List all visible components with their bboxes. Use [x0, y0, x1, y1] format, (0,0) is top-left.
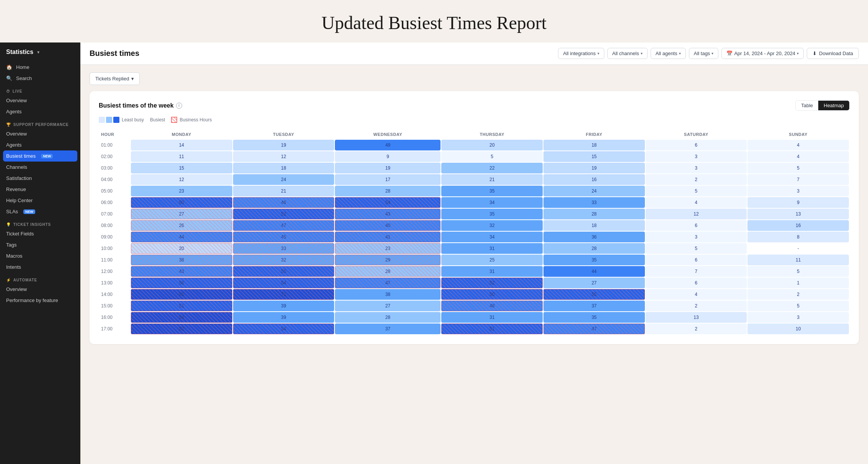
data-cell: 48 — [441, 301, 543, 311]
data-cell: 43 — [335, 209, 441, 219]
data-cell: 2 — [646, 174, 747, 185]
table-row: 10:0020332331285- — [100, 243, 849, 254]
page-banner: Updated Busiest Times Report — [0, 0, 868, 42]
sidebar-item-ti-intents[interactable]: Intents — [0, 261, 80, 273]
data-cell: 6 — [646, 220, 747, 231]
heatmap-view-button[interactable]: Heatmap — [818, 101, 849, 110]
data-cell: 15 — [543, 151, 645, 162]
mid-color — [106, 117, 112, 123]
download-button[interactable]: ⬇ Download Data — [807, 48, 859, 59]
tickets-replied-button[interactable]: Tickets Replied ▾ — [90, 72, 140, 85]
search-icon: 🔍 — [6, 75, 12, 81]
data-cell: 35 — [543, 312, 645, 323]
hour-cell: 04:00 — [100, 174, 130, 185]
data-cell: 24 — [233, 174, 334, 185]
data-cell: 31 — [441, 266, 543, 277]
sidebar-item-ti-macros[interactable]: Macros — [0, 250, 80, 261]
tags-filter[interactable]: All tags ▾ — [689, 48, 719, 59]
sidebar-item-ti-fields[interactable]: Ticket Fields — [0, 228, 80, 239]
lightbulb-icon: 💡 — [6, 222, 11, 227]
sidebar-item-sp-helpcenter[interactable]: Help Center — [0, 195, 80, 206]
legend: Least busy Busiest Business Hours — [99, 117, 850, 123]
integrations-label: All integrations — [563, 51, 596, 56]
data-cell: 16 — [747, 220, 849, 231]
data-cell: 19 — [335, 163, 441, 173]
data-cell: 64 — [131, 312, 232, 323]
table-row: 05:00232128352453 — [100, 186, 849, 196]
heatmap-header: Busiest times of the week i Table Heatma… — [99, 100, 850, 111]
agents-filter[interactable]: All agents ▾ — [651, 48, 686, 59]
data-cell: 55 — [543, 289, 645, 300]
content-area: Tickets Replied ▾ Busiest times of the w… — [80, 65, 868, 352]
data-cell: 5 — [646, 243, 747, 254]
data-cell: 50 — [441, 289, 543, 300]
col-friday: FRIDAY — [543, 130, 645, 139]
least-busy-label: Least busy — [122, 117, 144, 123]
table-row: 04:00122417211627 — [100, 174, 849, 185]
data-cell: 34 — [441, 232, 543, 242]
data-cell: 24 — [543, 186, 645, 196]
sidebar-item-sp-overview[interactable]: Overview — [0, 128, 80, 139]
data-cell: 21 — [441, 174, 543, 185]
sidebar-item-au-perf[interactable]: Performance by feature — [0, 295, 80, 306]
sidebar-item-live-overview[interactable]: Overview — [0, 95, 80, 106]
data-cell: 5 — [646, 186, 747, 196]
sidebar-item-home[interactable]: 🏠 Home — [0, 62, 80, 73]
sidebar-item-sp-channels[interactable]: Channels — [0, 162, 80, 173]
legend-busiest: Busiest — [150, 117, 165, 123]
data-cell: 3 — [747, 312, 849, 323]
chevron-down-icon: ▾ — [797, 51, 799, 56]
sidebar-item-label: Satisfaction — [6, 175, 32, 181]
data-cell: 28 — [335, 186, 441, 196]
data-cell: 4 — [747, 151, 849, 162]
data-cell: 39 — [233, 312, 334, 323]
table-row: 06:00604654343349 — [100, 197, 849, 208]
data-cell: 3 — [646, 163, 747, 173]
info-icon[interactable]: i — [176, 103, 182, 109]
sidebar-item-sp-busiest[interactable]: Busiest times NEW — [3, 150, 77, 162]
data-cell: 54 — [233, 278, 334, 288]
table-row: 09:00444541343638 — [100, 232, 849, 242]
data-cell: 28 — [543, 209, 645, 219]
sidebar-item-label: Overview — [6, 131, 27, 137]
hour-cell: 07:00 — [100, 209, 130, 219]
sidebar-item-sp-satisfaction[interactable]: Satisfaction — [0, 173, 80, 184]
data-cell: 27 — [131, 209, 232, 219]
data-cell: 5 — [747, 301, 849, 311]
data-cell: 38 — [335, 289, 441, 300]
sidebar-item-label: Intents — [6, 264, 21, 270]
data-cell: - — [747, 243, 849, 254]
hour-cell: 03:00 — [100, 163, 130, 173]
table-row: 17:006254375147210 — [100, 323, 849, 334]
table-header-row: HOUR MONDAY TUESDAY WEDNESDAY THURSDAY F… — [100, 130, 849, 139]
new-badge: NEW — [41, 154, 53, 158]
data-cell: 39 — [233, 301, 334, 311]
sidebar-item-search[interactable]: 🔍 Search — [0, 73, 80, 84]
table-view-button[interactable]: Table — [796, 101, 818, 110]
sidebar-item-live-agents[interactable]: Agents — [0, 106, 80, 117]
heatmap-table-container: HOUR MONDAY TUESDAY WEDNESDAY THURSDAY F… — [99, 129, 850, 335]
data-cell: 3 — [747, 186, 849, 196]
hour-cell: 16:00 — [100, 312, 130, 323]
sidebar-item-ti-tags[interactable]: Tags — [0, 239, 80, 250]
table-row: 11:003832292535611 — [100, 255, 849, 265]
sidebar-item-au-overview[interactable]: Overview — [0, 284, 80, 295]
data-cell: 5 — [747, 163, 849, 173]
data-cell: 41 — [335, 232, 441, 242]
table-row: 08:002647403218616 — [100, 220, 849, 231]
data-cell: 38 — [131, 255, 232, 265]
data-cell: 7 — [646, 266, 747, 277]
data-cell: 31 — [441, 312, 543, 323]
data-cell: 44 — [131, 232, 232, 242]
sidebar-header[interactable]: Statistics ▼ — [0, 49, 80, 62]
sidebar-item-sp-agents[interactable]: Agents — [0, 139, 80, 150]
sidebar-item-sp-revenue[interactable]: Revenue — [0, 184, 80, 195]
integrations-filter[interactable]: All integrations ▾ — [558, 48, 604, 59]
heatmap-card: Busiest times of the week i Table Heatma… — [90, 91, 859, 344]
sidebar: Statistics ▼ 🏠 Home 🔍 Search ⏱ LIVE Over… — [0, 42, 80, 464]
data-cell: 6 — [646, 278, 747, 288]
sidebar-item-sp-slas[interactable]: SLAs NEW — [0, 206, 80, 217]
date-filter[interactable]: 📅 Apr 14, 2024 - Apr 20, 2024 ▾ — [721, 48, 804, 59]
data-cell: 51 — [131, 301, 232, 311]
channels-filter[interactable]: All channels ▾ — [607, 48, 648, 59]
